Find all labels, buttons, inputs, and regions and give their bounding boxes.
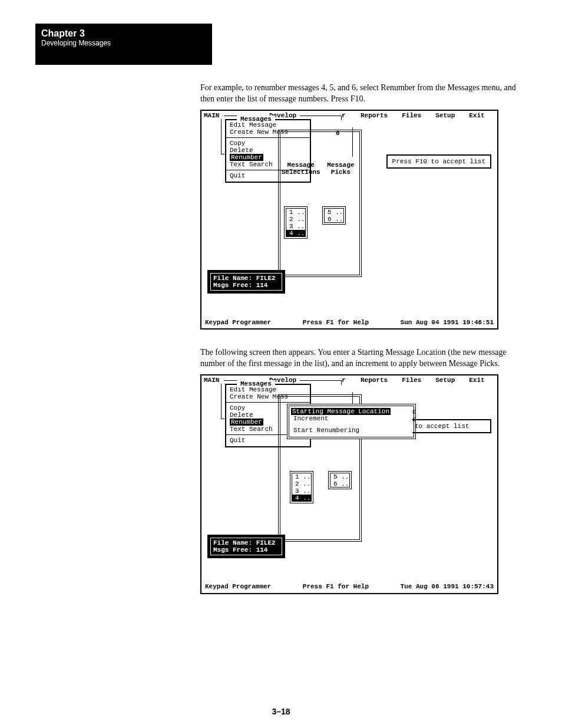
menu-files[interactable]: Files (395, 112, 428, 119)
pick-6[interactable]: 6 .. (325, 216, 343, 223)
menu-reports[interactable]: Reports (353, 377, 395, 384)
selection-4[interactable]: 4 .. (286, 230, 305, 237)
selection-2[interactable]: 2 .. (292, 480, 311, 487)
selection-4[interactable]: 4 .. (292, 495, 311, 502)
pick-5[interactable]: 5 .. (330, 473, 349, 480)
status-bar: Keypad Programmer Press F1 for Help Sun … (205, 319, 494, 326)
paragraph-2: The following screen then appears. You e… (200, 347, 518, 370)
menu-main[interactable]: MAIN (204, 377, 224, 384)
menu-connector (221, 384, 222, 419)
menu-r: r (342, 377, 353, 384)
menu-r: r (342, 112, 353, 119)
status-bar: Keypad Programmer Press F1 for Help Tue … (205, 583, 494, 590)
paragraph-1: For example, to renumber messages 4, 5, … (200, 83, 518, 105)
column-headers: Message Selections Message Picks (281, 162, 358, 176)
accept-hint-partial: to accept list (412, 419, 491, 433)
msgs-free: 114 (256, 282, 268, 289)
menu-connector (221, 119, 222, 154)
menu-exit[interactable]: Exit (462, 377, 491, 384)
status-timestamp: Sun Aug 04 1991 19:46:51 (401, 319, 494, 326)
messages-menu-title: Messages (237, 116, 275, 123)
chapter-label: Chapter 3 (41, 28, 206, 39)
selection-1[interactable]: 1 .. (292, 473, 311, 480)
col-head-picks: Message Picks (324, 162, 357, 176)
messages-item-renumber[interactable]: Renumber (230, 419, 263, 426)
file-info-box: File Name: FILE2 Msgs Free: 114 (207, 270, 285, 294)
screenshot-renumber-pick: MAIN Develop r Reports Files Setup Exit … (200, 110, 498, 330)
selection-3[interactable]: 3 .. (286, 223, 305, 230)
selection-1[interactable]: 1 .. (286, 209, 305, 216)
msgs-free: 114 (256, 546, 268, 554)
renumber-params-panel: Starting Message Location Increment Star… (287, 404, 416, 439)
message-picks-list[interactable]: 5 .. 6 .. (322, 206, 346, 225)
file-name: FILE2 (256, 539, 276, 546)
chapter-header: Chapter 3 Developing Messages (35, 24, 212, 65)
menu-reports[interactable]: Reports (353, 112, 395, 119)
message-selections-list[interactable]: 1 .. 2 .. 3 .. 4 .. (290, 471, 313, 503)
pick-6[interactable]: 6 .. (330, 480, 349, 487)
menu-setup[interactable]: Setup (428, 112, 462, 119)
menu-files[interactable]: Files (395, 377, 428, 384)
pick-5[interactable]: 5 .. (325, 209, 343, 216)
messages-menu-title: Messages (237, 380, 275, 387)
selections-panel-outer (278, 130, 362, 277)
messages-item-renumber[interactable]: Renumber (230, 154, 263, 161)
accept-hint: Press F10 to accept list (386, 154, 491, 169)
message-picks-list[interactable]: 5 .. 6 .. (328, 471, 352, 489)
value-starting-location: 0 (412, 409, 416, 416)
menu-exit[interactable]: Exit (462, 112, 491, 119)
menu-setup[interactable]: Setup (428, 377, 462, 384)
status-left: Keypad Programmer (205, 319, 271, 326)
message-selections-list[interactable]: 1 .. 2 .. 3 .. 4 .. (284, 206, 308, 239)
menu-main[interactable]: MAIN (204, 112, 224, 119)
field-starting-location[interactable]: Starting Message Location (291, 408, 391, 415)
selection-2[interactable]: 2 .. (286, 216, 305, 223)
status-help: Press F1 for Help (303, 583, 369, 590)
chapter-subtitle: Developing Messages (41, 39, 206, 47)
status-timestamp: Tue Aug 06 1991 10:57:43 (401, 583, 494, 590)
screenshot-renumber-params: MAIN Develop r Reports Files Setup Exit … (200, 374, 498, 594)
file-info-box: File Name: FILE2 Msgs Free: 114 (207, 535, 285, 558)
file-name: FILE2 (256, 275, 276, 282)
col-head-selections: Message Selections (282, 162, 320, 176)
selection-3[interactable]: 3 .. (292, 487, 311, 495)
action-start-renumbering[interactable]: Start Renumbering (291, 427, 412, 434)
status-help: Press F1 for Help (303, 319, 369, 326)
field-increment[interactable]: Increment (291, 415, 412, 422)
status-left: Keypad Programmer (205, 583, 271, 590)
